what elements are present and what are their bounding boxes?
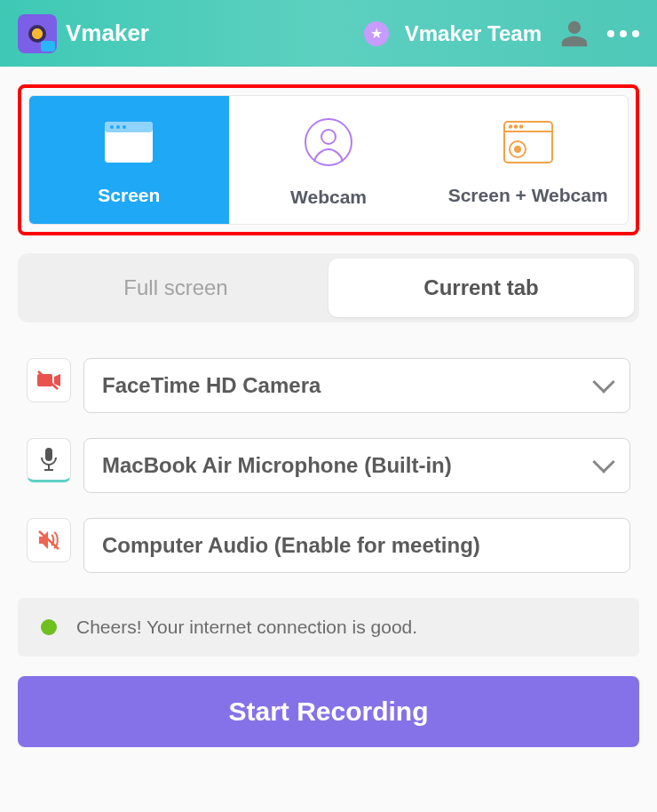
app-name: Vmaker [66,20,149,47]
svg-point-4 [123,125,126,129]
computer-audio-row: Computer Audio (Enable for meeting) [18,518,639,573]
mode-tab-screen[interactable]: Screen [29,96,229,224]
header-actions: ★ Vmaker Team [364,17,639,51]
chevron-down-icon [592,370,614,393]
capture-option-current-tab[interactable]: Current tab [328,259,634,317]
mode-tab-screen-webcam-label: Screen + Webcam [448,185,608,206]
app-logo-icon [18,14,57,53]
svg-point-10 [514,125,517,128]
webcam-icon [304,117,353,167]
speaker-off-icon[interactable] [27,518,71,562]
microphone-icon[interactable] [27,438,71,482]
microphone-select[interactable]: MacBook Air Microphone (Built-in) [83,438,630,493]
mode-tabs: Screen Webcam [28,95,629,225]
svg-point-9 [509,125,511,128]
svg-rect-15 [45,448,52,461]
svg-point-5 [305,119,352,165]
computer-audio-select[interactable]: Computer Audio (Enable for meeting) [83,518,630,573]
screen-icon [102,119,155,165]
status-message: Cheers! Your internet connection is good… [76,617,417,638]
app-header: Vmaker ★ Vmaker Team [0,0,657,67]
svg-point-3 [116,125,120,129]
team-label[interactable]: Vmaker Team [405,21,542,46]
svg-point-13 [515,147,520,152]
more-menu-icon[interactable] [607,30,639,37]
svg-point-6 [321,130,336,144]
capture-fullscreen-label: Full screen [123,275,227,300]
mode-tab-webcam[interactable]: Webcam [229,96,429,224]
microphone-select-value: MacBook Air Microphone (Built-in) [102,453,452,478]
main-panel: Screen Webcam [0,67,657,765]
start-recording-label: Start Recording [228,697,428,727]
screen-webcam-icon [502,119,555,165]
camera-select-value: FaceTime HD Camera [102,373,321,398]
connection-status: Cheers! Your internet connection is good… [18,598,639,657]
capture-current-tab-label: Current tab [423,275,538,300]
camera-row: FaceTime HD Camera [18,358,639,413]
capture-area-toggle: Full screen Current tab [18,253,639,322]
header-brand: Vmaker [18,14,149,53]
capture-option-fullscreen[interactable]: Full screen [23,259,328,317]
microphone-row: MacBook Air Microphone (Built-in) [18,438,639,493]
svg-point-2 [110,125,114,129]
mode-tab-webcam-label: Webcam [290,187,367,208]
chevron-down-icon [592,450,614,473]
camera-select[interactable]: FaceTime HD Camera [83,358,630,413]
mode-tab-screen-label: Screen [98,185,160,206]
start-recording-button[interactable]: Start Recording [18,676,639,747]
mode-tab-screen-webcam[interactable]: Screen + Webcam [428,96,628,224]
star-icon[interactable]: ★ [364,21,389,46]
svg-point-11 [519,125,522,128]
mode-selector-highlight: Screen Webcam [18,84,639,235]
avatar-icon[interactable] [558,17,591,51]
computer-audio-value: Computer Audio (Enable for meeting) [102,533,480,558]
status-ok-icon [41,619,57,635]
camera-off-icon[interactable] [27,358,71,402]
